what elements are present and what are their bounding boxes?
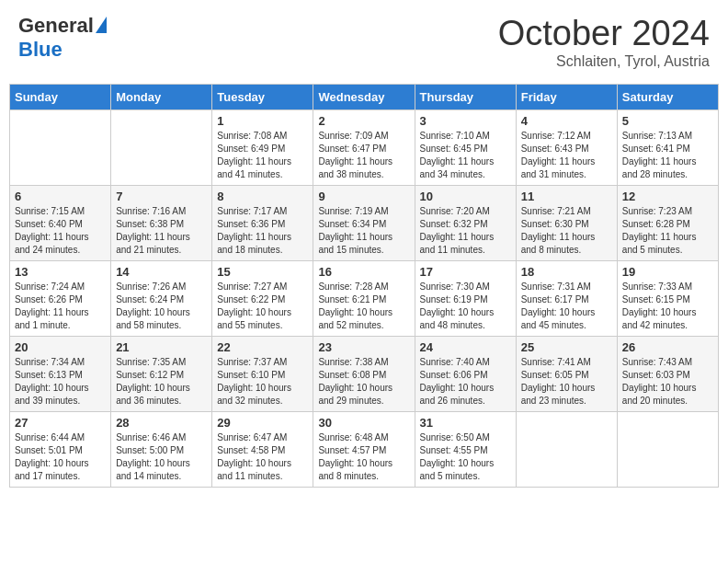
day-number: 13 [15,265,106,279]
weekday-header: Friday [516,85,617,110]
calendar-day-cell: 26Sunrise: 7:43 AM Sunset: 6:03 PM Dayli… [617,337,718,412]
day-info: Sunrise: 7:19 AM Sunset: 6:34 PM Dayligh… [318,205,409,257]
calendar-day-cell: 23Sunrise: 7:38 AM Sunset: 6:08 PM Dayli… [313,337,415,412]
calendar-day-cell [111,110,212,186]
day-number: 31 [420,416,511,430]
calendar-day-cell: 18Sunrise: 7:31 AM Sunset: 6:17 PM Dayli… [516,261,617,337]
calendar-day-cell: 12Sunrise: 7:23 AM Sunset: 6:28 PM Dayli… [617,186,718,261]
day-number: 15 [217,265,308,279]
calendar-week-row: 27Sunrise: 6:44 AM Sunset: 5:01 PM Dayli… [10,412,719,488]
day-info: Sunrise: 7:15 AM Sunset: 6:40 PM Dayligh… [15,205,106,257]
calendar-day-cell: 11Sunrise: 7:21 AM Sunset: 6:30 PM Dayli… [516,186,617,261]
page-header: General Blue October 2024 Schlaiten, Tyr… [9,9,719,75]
calendar-day-cell: 19Sunrise: 7:33 AM Sunset: 6:15 PM Dayli… [617,261,718,337]
day-info: Sunrise: 7:26 AM Sunset: 6:24 PM Dayligh… [116,281,207,332]
day-number: 11 [521,190,612,203]
day-info: Sunrise: 7:27 AM Sunset: 6:22 PM Dayligh… [217,281,308,332]
calendar-day-cell: 20Sunrise: 7:34 AM Sunset: 6:13 PM Dayli… [10,337,111,412]
weekday-header: Wednesday [313,85,415,110]
day-info: Sunrise: 7:08 AM Sunset: 6:49 PM Dayligh… [217,130,308,181]
day-info: Sunrise: 7:12 AM Sunset: 6:43 PM Dayligh… [521,130,612,181]
weekday-header: Monday [111,85,212,110]
day-info: Sunrise: 7:37 AM Sunset: 6:10 PM Dayligh… [217,356,308,408]
calendar-day-cell: 4Sunrise: 7:12 AM Sunset: 6:43 PM Daylig… [516,110,617,186]
calendar-day-cell: 21Sunrise: 7:35 AM Sunset: 6:12 PM Dayli… [111,337,212,412]
day-number: 4 [521,114,612,128]
day-number: 10 [420,190,511,203]
day-info: Sunrise: 7:20 AM Sunset: 6:32 PM Dayligh… [420,205,511,257]
weekday-header: Saturday [617,85,718,110]
day-number: 30 [318,416,409,430]
day-number: 26 [622,340,713,354]
calendar-day-cell: 9Sunrise: 7:19 AM Sunset: 6:34 PM Daylig… [313,186,415,261]
calendar-week-row: 6Sunrise: 7:15 AM Sunset: 6:40 PM Daylig… [10,186,719,261]
calendar-day-cell: 22Sunrise: 7:37 AM Sunset: 6:10 PM Dayli… [212,337,313,412]
day-number: 5 [622,114,713,128]
day-number: 16 [318,265,409,279]
calendar-day-cell: 2Sunrise: 7:09 AM Sunset: 6:47 PM Daylig… [313,110,415,186]
day-number: 19 [622,265,713,279]
logo-triangle-icon [96,17,107,33]
day-info: Sunrise: 7:28 AM Sunset: 6:21 PM Dayligh… [318,281,409,332]
day-number: 8 [217,190,308,203]
day-info: Sunrise: 7:23 AM Sunset: 6:28 PM Dayligh… [622,205,713,257]
calendar-day-cell: 28Sunrise: 6:46 AM Sunset: 5:00 PM Dayli… [111,412,212,488]
day-number: 1 [217,114,308,128]
weekday-header: Tuesday [212,85,313,110]
day-number: 24 [420,340,511,354]
calendar-day-cell: 25Sunrise: 7:41 AM Sunset: 6:05 PM Dayli… [516,337,617,412]
calendar-day-cell: 27Sunrise: 6:44 AM Sunset: 5:01 PM Dayli… [10,412,111,488]
calendar-day-cell: 7Sunrise: 7:16 AM Sunset: 6:38 PM Daylig… [111,186,212,261]
calendar-table: SundayMondayTuesdayWednesdayThursdayFrid… [9,84,719,488]
day-info: Sunrise: 7:17 AM Sunset: 6:36 PM Dayligh… [217,205,308,257]
day-info: Sunrise: 6:50 AM Sunset: 4:55 PM Dayligh… [420,431,511,483]
day-info: Sunrise: 6:48 AM Sunset: 4:57 PM Dayligh… [318,431,409,483]
calendar-day-cell [10,110,111,186]
day-info: Sunrise: 7:38 AM Sunset: 6:08 PM Dayligh… [318,356,409,408]
calendar-day-cell: 29Sunrise: 6:47 AM Sunset: 4:58 PM Dayli… [212,412,313,488]
day-info: Sunrise: 6:44 AM Sunset: 5:01 PM Dayligh… [15,431,106,483]
day-number: 6 [15,190,106,203]
weekday-header: Thursday [415,85,516,110]
calendar-day-cell: 3Sunrise: 7:10 AM Sunset: 6:45 PM Daylig… [415,110,516,186]
calendar-day-cell: 17Sunrise: 7:30 AM Sunset: 6:19 PM Dayli… [415,261,516,337]
day-info: Sunrise: 7:10 AM Sunset: 6:45 PM Dayligh… [420,130,511,181]
location-subtitle: Schlaiten, Tyrol, Austria [498,53,710,70]
day-info: Sunrise: 7:09 AM Sunset: 6:47 PM Dayligh… [318,130,409,181]
day-number: 23 [318,340,409,354]
day-info: Sunrise: 7:31 AM Sunset: 6:17 PM Dayligh… [521,281,612,332]
calendar-day-cell: 16Sunrise: 7:28 AM Sunset: 6:21 PM Dayli… [313,261,415,337]
calendar-day-cell: 5Sunrise: 7:13 AM Sunset: 6:41 PM Daylig… [617,110,718,186]
day-number: 18 [521,265,612,279]
day-info: Sunrise: 7:43 AM Sunset: 6:03 PM Dayligh… [622,356,713,408]
day-number: 7 [116,190,207,203]
day-info: Sunrise: 7:33 AM Sunset: 6:15 PM Dayligh… [622,281,713,332]
calendar-day-cell: 10Sunrise: 7:20 AM Sunset: 6:32 PM Dayli… [415,186,516,261]
day-info: Sunrise: 7:40 AM Sunset: 6:06 PM Dayligh… [420,356,511,408]
calendar-day-cell: 8Sunrise: 7:17 AM Sunset: 6:36 PM Daylig… [212,186,313,261]
day-info: Sunrise: 7:30 AM Sunset: 6:19 PM Dayligh… [420,281,511,332]
day-info: Sunrise: 7:34 AM Sunset: 6:13 PM Dayligh… [15,356,106,408]
day-number: 27 [15,416,106,430]
day-number: 14 [116,265,207,279]
day-info: Sunrise: 7:21 AM Sunset: 6:30 PM Dayligh… [521,205,612,257]
calendar-day-cell [516,412,617,488]
day-info: Sunrise: 7:16 AM Sunset: 6:38 PM Dayligh… [116,205,207,257]
day-number: 29 [217,416,308,430]
calendar-week-row: 13Sunrise: 7:24 AM Sunset: 6:26 PM Dayli… [10,261,719,337]
calendar-day-cell: 6Sunrise: 7:15 AM Sunset: 6:40 PM Daylig… [10,186,111,261]
day-info: Sunrise: 6:47 AM Sunset: 4:58 PM Dayligh… [217,431,308,483]
day-number: 22 [217,340,308,354]
month-title: October 2024 [498,14,710,53]
day-info: Sunrise: 7:13 AM Sunset: 6:41 PM Dayligh… [622,130,713,181]
day-number: 21 [116,340,207,354]
calendar-body: 1Sunrise: 7:08 AM Sunset: 6:49 PM Daylig… [10,110,719,488]
day-number: 17 [420,265,511,279]
logo: General Blue [18,14,107,62]
calendar-day-cell: 30Sunrise: 6:48 AM Sunset: 4:57 PM Dayli… [313,412,415,488]
calendar-week-row: 20Sunrise: 7:34 AM Sunset: 6:13 PM Dayli… [10,337,719,412]
calendar-day-cell: 14Sunrise: 7:26 AM Sunset: 6:24 PM Dayli… [111,261,212,337]
day-number: 2 [318,114,409,128]
logo-blue: Blue [18,38,63,62]
calendar-day-cell: 24Sunrise: 7:40 AM Sunset: 6:06 PM Dayli… [415,337,516,412]
